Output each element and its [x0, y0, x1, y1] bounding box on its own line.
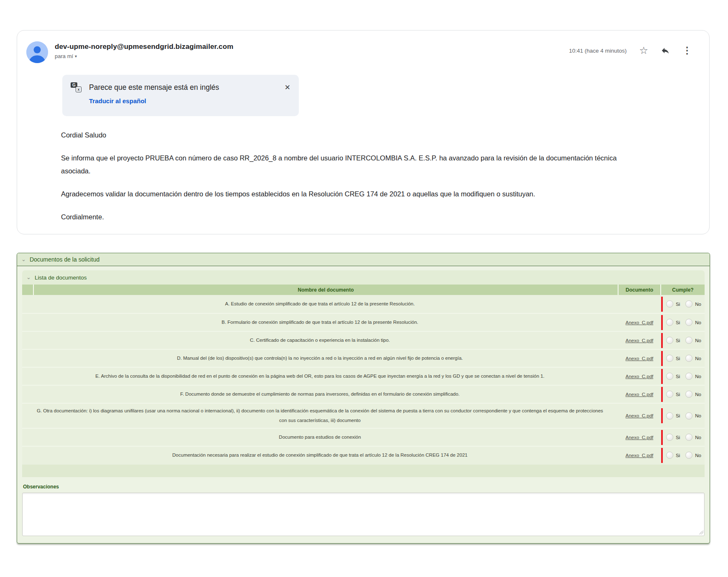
- section-header-documentos[interactable]: ⌄ Documentos de la solicitud: [17, 253, 710, 266]
- required-indicator: [661, 351, 663, 366]
- radio-si[interactable]: [666, 319, 673, 326]
- document-link[interactable]: Anexo_C.pdf: [626, 338, 654, 343]
- document-name: D. Manual del (de los) dispositivo(s) qu…: [22, 351, 618, 366]
- star-button[interactable]: ☆: [639, 46, 648, 56]
- radio-no[interactable]: [685, 434, 692, 441]
- complies-cell: Si No: [661, 295, 705, 313]
- radio-si[interactable]: [666, 434, 673, 441]
- document-link[interactable]: Anexo_C.pdf: [626, 435, 654, 440]
- person-icon: [26, 41, 48, 63]
- star-icon: ☆: [639, 46, 648, 56]
- email-header: dev-upme-noreply@upmesendgrid.bizagimail…: [26, 41, 697, 63]
- email-greeting: Cordial Saludo: [61, 129, 617, 142]
- table-row: A. Estudio de conexión simplificado de q…: [22, 295, 705, 313]
- document-cell: Anexo_C.pdf: [619, 320, 660, 325]
- sender-email: dev-upme-noreply@upmesendgrid.bizagimail…: [55, 43, 233, 51]
- email-closing: Cordialmente.: [61, 211, 617, 224]
- table-row: C. Certificado de capacitación o experie…: [22, 331, 705, 349]
- complies-cell: Si No: [661, 404, 705, 428]
- close-icon: ✕: [285, 84, 290, 91]
- required-indicator: [661, 387, 663, 402]
- document-link[interactable]: Anexo_C.pdf: [626, 320, 654, 325]
- complies-cell: Si No: [661, 429, 705, 446]
- document-link[interactable]: Anexo_C.pdf: [626, 392, 654, 397]
- avatar[interactable]: [26, 41, 48, 63]
- radio-si[interactable]: [666, 355, 673, 362]
- radio-no[interactable]: [685, 391, 692, 398]
- document-cell: Anexo_C.pdf: [619, 356, 660, 361]
- col-header-documento: Documento: [619, 285, 660, 295]
- panel-body: ⌄ Lista de documentos Nombre del documen…: [17, 266, 710, 541]
- reply-icon: [661, 46, 670, 55]
- radio-no[interactable]: [685, 337, 692, 344]
- recipient-dropdown[interactable]: para mí ▾: [55, 53, 233, 59]
- document-link[interactable]: Anexo_C.pdf: [626, 374, 654, 379]
- table-footer-strip: [22, 465, 705, 477]
- email-meta: 10:41 (hace 4 minutos) ☆ ⋮: [569, 41, 697, 56]
- table-header-row: Nombre del documento Documento Cumple?: [22, 285, 705, 295]
- chevron-down-icon[interactable]: ⌄: [21, 257, 26, 262]
- radio-no[interactable]: [685, 373, 692, 380]
- document-cell: Anexo_C.pdf: [619, 374, 660, 379]
- observations-textarea[interactable]: [22, 493, 705, 536]
- radio-no[interactable]: [685, 355, 692, 362]
- document-link[interactable]: Anexo_C.pdf: [626, 413, 654, 418]
- subsection-title: Lista de documentos: [35, 275, 87, 281]
- table-row: E. Archivo de la consulta de la disponib…: [22, 367, 705, 385]
- document-cell: Anexo_C.pdf: [619, 338, 660, 343]
- col-header-empty: [22, 285, 33, 295]
- complies-cell: Si No: [661, 332, 705, 349]
- radio-no[interactable]: [685, 319, 692, 326]
- document-link[interactable]: Anexo_C.pdf: [626, 453, 654, 458]
- complies-cell: Si No: [661, 368, 705, 385]
- table-row: F. Documento donde se demuestre el cumpl…: [22, 385, 705, 403]
- sender-block: dev-upme-noreply@upmesendgrid.bizagimail…: [55, 41, 233, 59]
- required-indicator: [661, 333, 663, 348]
- table-row: D. Manual del (de los) dispositivo(s) qu…: [22, 349, 705, 367]
- table-row: Documentación necesaria para realizar el…: [22, 446, 705, 464]
- radio-no[interactable]: [685, 452, 692, 459]
- translate-link[interactable]: Traducir al español: [89, 97, 146, 104]
- document-name: C. Certificado de capacitación o experie…: [22, 333, 618, 348]
- close-banner-button[interactable]: ✕: [285, 84, 290, 91]
- google-translate-icon: G x: [71, 82, 81, 92]
- table-row: B. Formulario de conexión simplificado d…: [22, 313, 705, 331]
- table-body: A. Estudio de conexión simplificado de q…: [22, 295, 705, 464]
- col-header-cumple: Cumple?: [661, 285, 705, 295]
- document-cell: Anexo_C.pdf: [619, 453, 660, 458]
- radio-si[interactable]: [666, 337, 673, 344]
- radio-si[interactable]: [666, 452, 673, 459]
- radio-no[interactable]: [685, 300, 692, 308]
- document-name: Documentación necesaria para realizar el…: [22, 448, 618, 463]
- section-header-lista[interactable]: ⌄ Lista de documentos: [22, 270, 705, 285]
- required-indicator: [661, 297, 663, 312]
- documents-panel: ⌄ Documentos de la solicitud ⌄ Lista de …: [17, 253, 710, 544]
- document-cell: Anexo_C.pdf: [619, 392, 660, 397]
- required-indicator: [661, 315, 663, 330]
- document-name: E. Archivo de la consulta de la disponib…: [22, 369, 618, 384]
- document-link[interactable]: Anexo_C.pdf: [626, 356, 654, 361]
- complies-cell: Si No: [661, 386, 705, 403]
- document-name: Documento para estudios de conexión: [22, 430, 618, 445]
- complies-cell: Si No: [661, 447, 705, 464]
- required-indicator: [661, 448, 663, 463]
- document-cell: Anexo_C.pdf: [619, 413, 660, 418]
- radio-si[interactable]: [666, 412, 673, 419]
- document-cell: Anexo_C.pdf: [619, 435, 660, 440]
- radio-no[interactable]: [685, 412, 692, 419]
- email-timestamp: 10:41 (hace 4 minutos): [569, 48, 626, 54]
- more-vert-icon: ⋮: [682, 46, 692, 55]
- col-header-nombre: Nombre del documento: [34, 285, 618, 295]
- more-options-button[interactable]: ⋮: [682, 46, 692, 55]
- radio-si[interactable]: [666, 300, 673, 308]
- required-indicator: [661, 430, 663, 445]
- radio-si[interactable]: [666, 391, 673, 398]
- translate-message: Parece que este mensaje está en inglés: [89, 83, 219, 92]
- caret-down-icon: ▾: [75, 54, 77, 58]
- radio-si[interactable]: [666, 373, 673, 380]
- email-paragraph-1: Se informa que el proyecto PRUEBA con nú…: [61, 152, 617, 178]
- reply-button[interactable]: [661, 46, 670, 55]
- chevron-down-icon[interactable]: ⌄: [26, 275, 31, 280]
- email-paragraph-2: Agradecemos validar la documentación den…: [61, 188, 617, 201]
- table-row: G. Otra documentación: i) los diagramas …: [22, 403, 705, 428]
